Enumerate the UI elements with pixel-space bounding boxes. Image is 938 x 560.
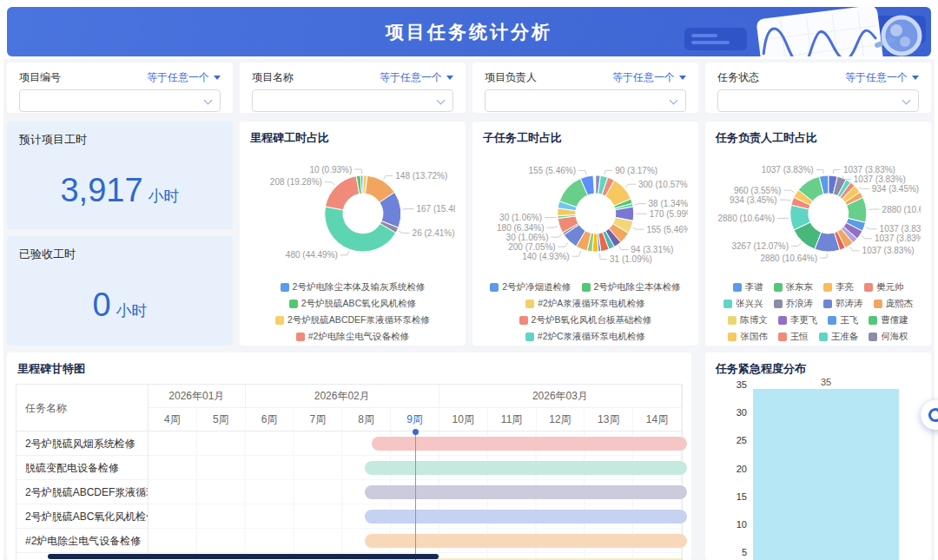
gantt-bar[interactable] [365, 534, 687, 548]
owner-donut-chart[interactable]: 1037 (3.83%)1037 (3.83%)934 (3.45%)2880 … [716, 146, 921, 278]
legend-item[interactable]: 王准备 [819, 331, 859, 343]
legend-swatch [519, 316, 528, 325]
page-title: 项目任务统计分析 [7, 20, 931, 44]
legend-item[interactable]: 郭涛涛 [823, 298, 863, 310]
gantt-month-header: 2026年02月 [246, 385, 439, 407]
legend-item[interactable]: 曹儒建 [869, 314, 908, 326]
milestone-donut-chart[interactable]: 148 (13.72%)167 (15.48%)26 (2.41%)480 (4… [250, 146, 455, 278]
legend-item[interactable]: 李更飞 [778, 314, 818, 326]
stat-unit: 小时 [149, 188, 180, 205]
filter-operator-dropdown[interactable]: 等于任意一个 [380, 70, 453, 85]
legend-item[interactable]: 张兴兴 [723, 298, 763, 310]
legend-item[interactable]: 2号炉脱硫ABC氧化风机检修 [289, 298, 416, 310]
legend-label: 何海权 [881, 331, 908, 343]
gantt-month-header: 2026年01月 [149, 385, 246, 407]
gantt-task-name: #2炉电除尘电气设备检修 [17, 529, 148, 553]
gantt-task-name: 2号炉脱硫风烟系统检修 [17, 432, 148, 456]
legend-swatch [733, 283, 742, 292]
stat-label: 已验收工时 [19, 247, 221, 262]
legend-swatch [819, 333, 828, 341]
legend-item[interactable]: #2炉A浆液循环泵电机检修 [525, 298, 645, 310]
task-status-select[interactable] [717, 89, 919, 112]
legend-label: 李亮 [836, 281, 854, 293]
legend-swatch [774, 300, 783, 308]
legend-item[interactable]: 李亮 [823, 281, 854, 293]
svg-text:30 (1.06%): 30 (1.06%) [499, 213, 542, 222]
horizontal-scrollbar-thumb[interactable] [48, 554, 439, 559]
legend-item[interactable]: 乔浪涛 [774, 298, 814, 310]
legend-label: 庞熙杰 [886, 298, 914, 310]
legend-label: 张兴兴 [736, 298, 763, 310]
legend-label: 张国伟 [740, 331, 768, 343]
legend-item[interactable]: 2号炉B氧化风机台板基础检修 [519, 314, 652, 326]
legend-item[interactable]: 2号炉电除尘本体及输灰系统检修 [281, 281, 426, 293]
legend-item[interactable]: 张东东 [774, 281, 814, 293]
project-code-select[interactable] [19, 89, 221, 112]
y-axis-tick: 25 [712, 435, 747, 447]
gantt-week-header: 4周 [149, 408, 197, 431]
stat-value: 0 [92, 287, 110, 323]
stat-label: 预计项目工时 [19, 132, 221, 148]
filter-operator-dropdown[interactable]: 等于任意一个 [845, 70, 919, 85]
filter-operator-dropdown[interactable]: 等于任意一个 [147, 70, 221, 85]
gantt-bar[interactable] [365, 485, 687, 499]
legend-item[interactable]: 2号炉电除尘本体检修 [582, 281, 681, 293]
svg-text:1037 (3.83%): 1037 (3.83%) [862, 246, 915, 255]
subtask-donut-chart[interactable]: 90 (3.17%)300 (10.57%)38 (1.34%)170 (5.9… [483, 146, 688, 278]
caret-down-icon [912, 76, 919, 80]
legend-item[interactable]: 何海权 [869, 331, 908, 343]
legend-swatch [774, 283, 783, 292]
gantt-bar[interactable] [372, 437, 687, 451]
svg-text:208 (19.28%): 208 (19.28%) [270, 177, 322, 187]
legend-item[interactable]: #2炉C浆液循环泵电机检修 [525, 331, 645, 343]
legend-swatch [823, 300, 832, 308]
gantt-task-name: 2号炉脱硫ABC氧化风机检修 [17, 504, 148, 529]
legend-item[interactable]: 2号炉脱硫ABCDEF浆液循环泵检修 [275, 314, 430, 326]
svg-text:148 (13.72%): 148 (13.72%) [395, 171, 447, 181]
legend-label: 王飞 [840, 314, 858, 326]
urgency-bar[interactable] [753, 389, 899, 560]
legend-label: 王准备 [831, 331, 859, 343]
legend-swatch [728, 333, 737, 341]
panel-subtask-hours-pie: 子任务工时占比 90 (3.17%)300 (10.57%)38 (1.34%)… [472, 122, 698, 346]
gantt-week-header: 9周 [391, 408, 439, 431]
svg-text:167 (15.48%): 167 (15.48%) [417, 204, 456, 214]
svg-text:960 (3.55%): 960 (3.55%) [734, 186, 781, 195]
project-name-select[interactable] [252, 89, 453, 112]
gantt-bar[interactable] [365, 510, 687, 524]
legend-item[interactable]: 樊元帅 [864, 281, 904, 293]
filter-operator-text: 等于任意一个 [380, 70, 442, 85]
y-axis-tick: 15 [712, 491, 747, 504]
project-owner-select[interactable] [485, 89, 686, 112]
gantt-bar[interactable] [365, 461, 687, 475]
stat-card-estimated-hours: 预计项目工时 3,917小时 [7, 122, 233, 229]
legend-label: 2号炉电除尘本体检修 [594, 281, 681, 293]
svg-text:2880 (10.64%): 2880 (10.64%) [760, 254, 817, 263]
legend-label: #2炉电除尘电气设备检修 [308, 331, 410, 343]
gantt-chart[interactable]: 任务名称2号炉脱硫风烟系统检修脱硫变配电设备检修2号炉脱硫ABCDEF浆液循环泵… [16, 384, 683, 560]
filter-operator-dropdown[interactable]: 等于任意一个 [612, 70, 686, 85]
gantt-current-week-dot [413, 429, 419, 435]
legend-label: #2炉A浆液循环泵电机检修 [538, 298, 645, 310]
svg-text:31 (1.09%): 31 (1.09%) [610, 254, 652, 264]
legend-swatch [490, 283, 499, 292]
filter-label: 项目编号 [19, 70, 61, 85]
legend-label: 陈博文 [740, 314, 768, 326]
legend-swatch [874, 300, 882, 308]
gantt-week-header: 13周 [585, 408, 633, 431]
legend-item[interactable]: 王恒 [778, 331, 809, 343]
legend-item[interactable]: 2号炉净烟道检修 [490, 281, 571, 293]
legend-item[interactable]: 陈博文 [728, 314, 768, 326]
legend-item[interactable]: #2炉电除尘电气设备检修 [296, 331, 410, 343]
filter-operator-text: 等于任意一个 [147, 70, 209, 85]
filter-task-status: 任务状态 等于任意一个 [705, 63, 931, 113]
legend-item[interactable]: 张国伟 [728, 331, 768, 343]
gantt-week-header: 8周 [342, 408, 391, 431]
legend-item[interactable]: 李谱 [733, 281, 763, 293]
legend-swatch [869, 333, 877, 341]
svg-text:26 (2.41%): 26 (2.41%) [413, 228, 455, 238]
legend-item[interactable]: 王飞 [828, 314, 858, 326]
gantt-timeline: 2026年01月2026年02月2026年03月4周5周6周7周8周9周10周1… [149, 385, 682, 560]
filter-operator-text: 等于任意一个 [612, 70, 675, 85]
legend-item[interactable]: 庞熙杰 [874, 298, 914, 310]
